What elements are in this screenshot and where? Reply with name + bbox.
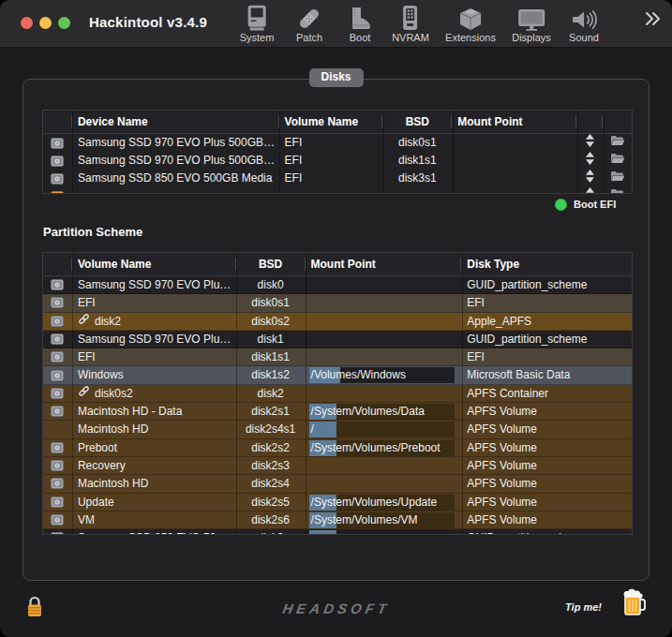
nvram-icon: [392, 4, 429, 31]
partition-row[interactable]: EFIdisk0s1EFI: [43, 294, 632, 312]
bsd-cell: disk0s1: [236, 294, 306, 311]
partition-column-header[interactable]: Disk Type: [461, 253, 632, 275]
close-window-button[interactable]: [21, 17, 33, 29]
partition-row[interactable]: Samsung SSD 850 EVO 50…disk3GUID_partiti…: [43, 529, 632, 534]
partition-row[interactable]: Prebootdisk2s2/System/Volumes/PrebootAPF…: [43, 439, 632, 457]
eject-button[interactable]: [576, 152, 603, 170]
device-name-cell: Samsung SSD 970 EVO Plus 500GB…: [72, 134, 279, 152]
disk-type-cell: GUID_partition_scheme: [461, 276, 632, 293]
partition-header: Volume NameBSDMount PointDisk Type: [43, 253, 632, 276]
partition-row[interactable]: Macintosh HD - Datadisk2s1/System/Volume…: [43, 403, 632, 421]
internal-drive-icon: [43, 475, 72, 492]
eject-button[interactable]: [576, 187, 603, 193]
eject-icon: [585, 152, 595, 170]
toolbar-item-displays[interactable]: Displays: [512, 4, 551, 45]
toolbar-item-patch[interactable]: Patch: [296, 4, 322, 45]
column-divider: [72, 253, 73, 534]
volume-name-cell: Windows: [72, 366, 236, 383]
devices-body: Samsung SSD 970 EVO Plus 500GB…EFIdisk0s…: [43, 134, 632, 193]
partition-row[interactable]: disk2disk0s2Apple_APFS: [43, 313, 632, 331]
zoom-window-button[interactable]: [58, 17, 70, 29]
devices-column-header[interactable]: Device Name: [72, 111, 279, 133]
open-folder-button[interactable]: [603, 187, 632, 193]
partition-row[interactable]: VMdisk2s6/System/Volumes/VMAPFS Volume: [43, 511, 632, 529]
device-row[interactable]: Samsung SSD 970 EVO Plus 500GB…EFIdisk1s…: [43, 152, 632, 170]
mount-point-cell: [306, 457, 462, 474]
partition-column-header[interactable]: Volume Name: [72, 253, 236, 275]
partition-body: Samsung SSD 970 EVO Plu…disk0GUID_partit…: [43, 276, 632, 534]
headsoft-logo: HEADSOFT: [281, 600, 391, 616]
partition-column-header[interactable]: Mount Point: [306, 253, 462, 275]
bsd-cell: disk1s1: [236, 348, 306, 365]
volume-name-cell: Update: [72, 494, 236, 511]
volume-name-cell: Samsung SSD 850 EVO 50…: [72, 529, 236, 534]
column-divider: [453, 111, 454, 193]
device-name-cell: [72, 187, 279, 193]
partition-row[interactable]: disk0s2disk2APFS Container: [43, 385, 632, 403]
mount-point-cell: /System/Volumes/Data: [306, 403, 462, 420]
disk-type-cell: GUID_partition_scheme: [461, 331, 632, 348]
link-icon: [78, 313, 90, 330]
partition-column-header[interactable]: [43, 253, 72, 275]
device-row[interactable]: Samsung SSD 850 EVO 500GB MediaEFIdisk3s…: [43, 170, 632, 187]
device-row[interactable]: [43, 187, 632, 193]
internal-drive-icon: [43, 439, 72, 456]
partition-row[interactable]: Windowsdisk1s2/Volumes/WindowsMicrosoft …: [43, 366, 632, 384]
volume-name-cell: disk2: [72, 313, 236, 330]
partition-column-header[interactable]: BSD: [236, 253, 306, 275]
partition-row[interactable]: Macintosh HDdisk2s4s1/APFS Volume: [43, 421, 632, 438]
column-divider: [279, 111, 280, 193]
toolbar-item-system[interactable]: System: [240, 4, 275, 45]
devices-column-header[interactable]: [576, 111, 603, 133]
mount-point-cell: /System/Volumes/Preboot: [306, 439, 462, 456]
partition-row[interactable]: Recoverydisk2s3APFS Volume: [43, 457, 632, 475]
devices-column-header[interactable]: [43, 111, 72, 133]
toolbar-item-label: Displays: [512, 32, 551, 43]
mount-point-cell: /System/Volumes/VM: [306, 511, 462, 528]
toolbar-item-label: Patch: [296, 32, 322, 43]
device-row[interactable]: Samsung SSD 970 EVO Plus 500GB…EFIdisk0s…: [43, 134, 632, 152]
bsd-cell: disk0: [236, 276, 306, 293]
eject-button[interactable]: [576, 170, 603, 187]
toolbar-item-extensions[interactable]: Extensions: [445, 4, 496, 45]
toolbar-item-nvram[interactable]: NVRAM: [392, 4, 429, 45]
partition-row[interactable]: Samsung SSD 970 EVO Plu…disk1GUID_partit…: [43, 331, 632, 348]
volume-name-cell: Preboot: [72, 439, 236, 456]
eject-button[interactable]: [576, 134, 603, 152]
minimize-window-button[interactable]: [39, 17, 52, 29]
beer-mug-icon[interactable]: [621, 588, 646, 620]
partition-row[interactable]: Macintosh HDdisk2s4APFS Volume: [43, 475, 632, 493]
devices-column-header[interactable]: Mount Point: [452, 111, 576, 133]
bsd-cell: disk2s5: [236, 494, 306, 511]
open-folder-button[interactable]: [603, 134, 632, 152]
devices-column-header[interactable]: [603, 111, 632, 133]
open-folder-button[interactable]: [603, 170, 632, 187]
titlebar: Hackintool v3.4.9 SystemPatchBootNVRAMEx…: [0, 0, 672, 48]
partition-row[interactable]: Samsung SSD 970 EVO Plu…disk0GUID_partit…: [43, 276, 632, 294]
bsd-cell: disk0s1: [382, 134, 452, 152]
bsd-cell: disk2s2: [236, 439, 306, 456]
devices-column-header[interactable]: BSD: [382, 111, 452, 133]
open-folder-button[interactable]: [603, 152, 632, 170]
devices-table: Device NameVolume NameBSDMount PointSams…: [42, 110, 633, 194]
disk-type-cell: EFI: [461, 294, 632, 311]
disk-usage-cell: [309, 530, 455, 534]
partition-row[interactable]: EFIdisk1s1EFI: [43, 348, 632, 366]
tab-disks[interactable]: Disks: [308, 68, 363, 87]
mount-point-cell: [452, 152, 576, 170]
column-divider: [383, 111, 384, 193]
mount-path-text: /System/Volumes/Update: [309, 495, 455, 511]
eject-icon: [585, 134, 595, 152]
devices-column-header[interactable]: Volume Name: [279, 111, 383, 133]
partition-row[interactable]: Updatedisk2s5/System/Volumes/UpdateAPFS …: [43, 494, 632, 511]
volume-name-cell: disk0s2: [72, 385, 236, 402]
toolbar-item-label: NVRAM: [392, 32, 429, 43]
disk-usage-cell: /Volumes/Windows: [309, 367, 455, 383]
disk-type-cell: EFI: [461, 348, 632, 365]
toolbar-item-boot[interactable]: Boot: [348, 4, 372, 45]
toolbar-overflow-button[interactable]: [644, 11, 663, 30]
lock-icon[interactable]: [25, 596, 44, 621]
toolbar-item-sound[interactable]: Sound: [569, 4, 599, 45]
boot-efi-label: Boot EFI: [574, 199, 616, 210]
device-name-cell: Samsung SSD 970 EVO Plus 500GB…: [72, 152, 279, 170]
